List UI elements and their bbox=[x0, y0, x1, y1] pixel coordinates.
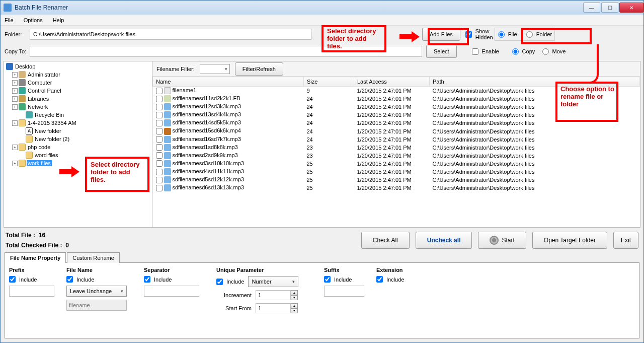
open-target-button[interactable]: Open Target Folder bbox=[532, 232, 607, 249]
show-hidden-check[interactable]: Show Hidden bbox=[465, 28, 491, 40]
row-checkbox[interactable] bbox=[156, 169, 163, 175]
uncheck-all-button[interactable]: Uncheck all bbox=[416, 232, 472, 249]
file-icon bbox=[164, 136, 171, 143]
app-icon bbox=[4, 4, 12, 12]
filter-combo[interactable] bbox=[200, 64, 230, 74]
table-row[interactable]: sdfilenamesd6sd13k13k.mp3251/20/2015 2:4… bbox=[153, 184, 640, 192]
file-size: 24 bbox=[304, 95, 354, 103]
folder-input[interactable] bbox=[30, 29, 311, 40]
folder-tree[interactable]: Desktop +Administrator+Computer+Control … bbox=[4, 61, 152, 227]
tree-root[interactable]: Desktop bbox=[5, 62, 151, 71]
table-row[interactable]: sdfilenamesd3sd10k10k.mp3251/20/2015 2:4… bbox=[153, 160, 640, 168]
exit-button[interactable]: Exit bbox=[613, 232, 638, 249]
menu-options[interactable]: Options bbox=[24, 17, 43, 23]
row-checkbox[interactable] bbox=[156, 88, 163, 94]
file-name: sdfilenamesd15sd6k6k.mp4 bbox=[173, 127, 241, 133]
move-radio[interactable]: Move bbox=[542, 48, 568, 55]
increment-spin[interactable]: ▴▾ bbox=[256, 290, 298, 300]
filename-input[interactable] bbox=[66, 300, 127, 311]
checked-file-value: 0 bbox=[65, 242, 69, 249]
select-button[interactable]: Select bbox=[426, 45, 457, 58]
file-size: 9 bbox=[304, 87, 354, 95]
extension-include[interactable]: Include bbox=[376, 276, 422, 283]
filter-refresh-button[interactable]: Filter/Refresh bbox=[235, 62, 283, 76]
mode-folder-radio[interactable]: Folder bbox=[526, 31, 551, 38]
table-row[interactable]: sdfilenamesd13sd4k4k.mp3241/20/2015 2:47… bbox=[153, 111, 640, 119]
tree-item[interactable]: Recycle Bin bbox=[5, 111, 151, 119]
copy-radio[interactable]: Copy bbox=[512, 48, 537, 55]
file-path: C:\Users\Administrator\Desktop\work file… bbox=[430, 168, 640, 176]
table-row[interactable]: sdfilenamesd4sd11k11k.mp3251/20/2015 2:4… bbox=[153, 168, 640, 176]
row-checkbox[interactable] bbox=[156, 136, 163, 143]
close-button[interactable]: ✕ bbox=[619, 3, 643, 13]
table-row[interactable]: sdfilenamesd16sd7k7k.mp3241/20/2015 2:47… bbox=[153, 135, 640, 144]
row-checkbox[interactable] bbox=[156, 128, 163, 134]
table-row[interactable]: sdfilenamesd2sd9k9k.mp3231/20/2015 2:47:… bbox=[153, 152, 640, 160]
check-all-button[interactable]: Check All bbox=[361, 232, 410, 249]
tree-item-label: Control Panel bbox=[27, 88, 62, 94]
file-last-access: 1/20/2015 2:47:01 PM bbox=[354, 168, 430, 176]
file-name: sdfilenamesd16sd7k7k.mp3 bbox=[173, 136, 241, 142]
file-icon bbox=[164, 128, 171, 135]
folder-icon bbox=[19, 119, 26, 126]
file-last-access: 1/20/2015 2:47:01 PM bbox=[354, 152, 430, 160]
tree-item-label: word files bbox=[34, 152, 59, 158]
tree-item[interactable]: New folder (2) bbox=[5, 135, 151, 143]
enable-check[interactable]: Enable bbox=[472, 48, 497, 55]
file-name: sdfilenamesd12sd3k3k.mp3 bbox=[173, 103, 241, 109]
table-row[interactable]: sdfilenamesd5sd12k12k.mp3251/20/2015 2:4… bbox=[153, 176, 640, 184]
tree-item[interactable]: +1-4-2015 32354 AM bbox=[5, 119, 151, 127]
row-checkbox[interactable] bbox=[156, 185, 163, 191]
tree-item[interactable]: ANew folder bbox=[5, 127, 151, 135]
folder-icon bbox=[26, 152, 33, 159]
table-row[interactable]: sdfilenamesd15sd6k6k.mp4241/20/2015 2:47… bbox=[153, 127, 640, 135]
row-checkbox[interactable] bbox=[156, 96, 163, 102]
filename-case-combo[interactable]: Leave Unchange bbox=[66, 286, 127, 297]
minimize-button[interactable]: — bbox=[583, 3, 600, 13]
prefix-include[interactable]: Include bbox=[9, 276, 59, 283]
tree-item[interactable]: +Libraries bbox=[5, 95, 151, 103]
unique-type-combo[interactable]: Number bbox=[248, 276, 298, 287]
tree-item[interactable]: +Computer bbox=[5, 79, 151, 87]
row-checkbox[interactable] bbox=[156, 112, 163, 118]
filename-include[interactable]: Include bbox=[66, 276, 137, 283]
file-name: sdfilenamesd13sd4k4k.mp3 bbox=[173, 111, 241, 117]
annotation-mode-text: Choose option to rename file or folder bbox=[560, 86, 615, 108]
suffix-include[interactable]: Include bbox=[324, 276, 369, 283]
maximize-button[interactable]: ☐ bbox=[601, 3, 618, 13]
startfrom-label: Start From bbox=[216, 305, 252, 311]
file-last-access: 1/20/2015 2:47:01 PM bbox=[354, 160, 430, 168]
col-size[interactable]: Size bbox=[304, 77, 354, 87]
tree-item[interactable]: word files bbox=[5, 151, 151, 159]
separator-input[interactable] bbox=[144, 286, 199, 297]
row-checkbox[interactable] bbox=[156, 120, 163, 126]
tab-custom-rename[interactable]: Custom Rename bbox=[67, 252, 120, 263]
add-files-button[interactable]: Add Files bbox=[422, 28, 460, 41]
file-size: 25 bbox=[304, 160, 354, 168]
startfrom-spin[interactable]: ▴▾ bbox=[256, 303, 298, 313]
prefix-title: Prefix bbox=[9, 267, 59, 273]
row-checkbox[interactable] bbox=[156, 104, 163, 110]
prefix-input[interactable] bbox=[9, 286, 54, 297]
col-name[interactable]: Name bbox=[153, 77, 304, 87]
total-file-value: 16 bbox=[39, 232, 45, 239]
start-button[interactable]: Start bbox=[478, 232, 526, 249]
tab-file-name-property[interactable]: File Name Property bbox=[5, 252, 66, 263]
tree-item[interactable]: +Network bbox=[5, 103, 151, 111]
separator-include[interactable]: Include bbox=[144, 276, 209, 283]
row-checkbox[interactable] bbox=[156, 144, 163, 151]
table-row[interactable]: sdfilenamesd14sd5k5k.mp3241/20/2015 2:47… bbox=[153, 119, 640, 127]
tree-item[interactable]: +Control Panel bbox=[5, 87, 151, 95]
mode-file-radio[interactable]: File bbox=[498, 31, 523, 38]
table-row[interactable]: sdfilenamesd1sd8k8k.mp3231/20/2015 2:47:… bbox=[153, 144, 640, 152]
row-checkbox[interactable] bbox=[156, 160, 163, 167]
unique-include[interactable]: Include bbox=[216, 279, 244, 285]
suffix-input[interactable] bbox=[324, 286, 364, 297]
row-checkbox[interactable] bbox=[156, 152, 163, 159]
menu-help[interactable]: Help bbox=[53, 17, 64, 23]
menu-file[interactable]: File bbox=[5, 17, 14, 23]
tree-item[interactable]: +php code bbox=[5, 143, 151, 151]
col-last[interactable]: Last Access bbox=[354, 77, 430, 87]
row-checkbox[interactable] bbox=[156, 177, 163, 183]
tree-item[interactable]: +Administrator bbox=[5, 71, 151, 79]
